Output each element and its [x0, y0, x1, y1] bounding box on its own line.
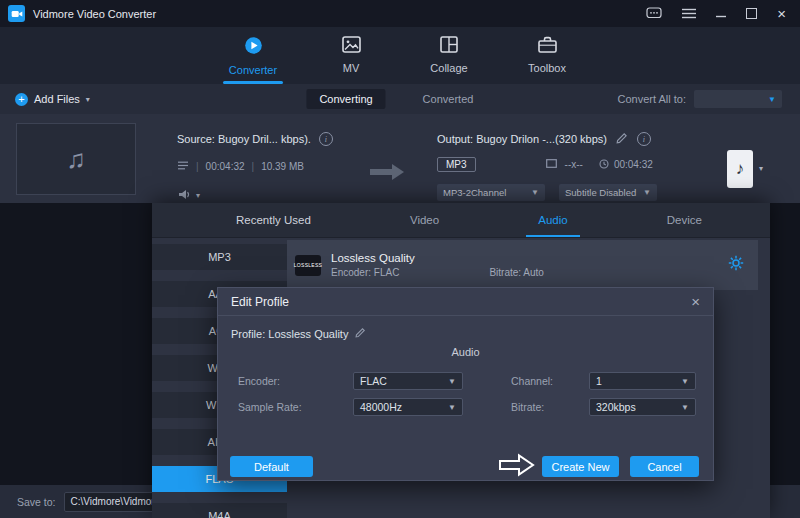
bitrate-select[interactable]: 320kbps ▼ [589, 398, 696, 416]
profile-list-item[interactable]: lossless Lossless Quality Encoder: FLAC … [287, 240, 758, 290]
separator: | [252, 161, 255, 172]
tab-device[interactable]: Device [667, 203, 702, 237]
sample-rate-value: 48000Hz [360, 401, 402, 413]
volume-control[interactable]: ▾ [178, 186, 200, 204]
sample-rate-select[interactable]: 48000Hz ▼ [353, 398, 463, 416]
audio-file-icon: ♪ [727, 150, 753, 188]
tab-label: Collage [430, 62, 467, 74]
subtitle-select[interactable]: Subtitle Disabled ▼ [559, 184, 657, 201]
output-meta: MP3 --x-- 00:04:32 [437, 157, 653, 172]
bitrate-value: 320kbps [596, 401, 636, 413]
channel-select[interactable]: 1 ▼ [589, 372, 696, 390]
edit-profile-dialog: Edit Profile × Profile: Lossless Quality… [217, 287, 714, 481]
encoder-select[interactable]: FLAC ▼ [353, 372, 463, 390]
profile-tabs: Recently Used Video Audio Device [152, 203, 770, 238]
add-files-label: Add Files [34, 93, 80, 105]
tab-converting[interactable]: Converting [306, 89, 385, 109]
edit-pencil-icon[interactable] [616, 132, 628, 146]
converter-icon [244, 36, 263, 59]
save-path-value: C:\Vidmore\Vidmor... [71, 496, 163, 507]
chevron-down-icon: ▼ [643, 188, 651, 197]
tab-converted[interactable]: Converted [410, 89, 487, 109]
minimize-icon[interactable] [716, 9, 726, 19]
encoder-value: FLAC [360, 375, 387, 387]
app-window: Vidmore Video Converter × Converter [0, 0, 800, 518]
chevron-down-icon: ▾ [196, 191, 200, 200]
tab-mv[interactable]: MV [315, 27, 387, 84]
clock-icon [599, 159, 609, 171]
dialog-title: Edit Profile [231, 295, 289, 309]
menu-icon[interactable] [682, 8, 696, 19]
channel-value: 1 [596, 375, 602, 387]
separator: | [196, 161, 199, 172]
source-size: 10.39 MB [261, 161, 304, 172]
tab-recently-used[interactable]: Recently Used [236, 203, 311, 237]
tab-toolbox[interactable]: Toolbox [511, 27, 583, 84]
convert-all-group: Convert All to: ▼ [618, 90, 782, 108]
add-files-button[interactable]: + Add Files ▾ [15, 93, 90, 106]
source-duration: 00:04:32 [206, 161, 245, 172]
sidebar-item-mp3[interactable]: MP3 [152, 244, 287, 270]
feedback-icon[interactable] [646, 7, 662, 20]
subtitle-select-value: Subtitle Disabled [565, 187, 636, 198]
sidebar-item-m4a[interactable]: M4A [152, 503, 287, 518]
convert-state-tabs: Converting Converted [306, 89, 486, 109]
tab-audio[interactable]: Audio [538, 203, 567, 237]
output-info-icon[interactable]: i [637, 132, 651, 146]
profile-name-row: Profile: Lossless Quality [231, 327, 366, 340]
cancel-button[interactable]: Cancel [630, 456, 699, 477]
toolbar: + Add Files ▾ Converting Converted Conve… [0, 84, 800, 114]
resolution-placeholder: --x-- [565, 159, 583, 170]
section-label: Audio [218, 346, 713, 358]
chevron-down-icon: ▼ [531, 188, 539, 197]
music-note-icon: ♫ [66, 144, 86, 175]
channel-label: Channel: [511, 375, 553, 387]
chevron-down-icon: ▾ [759, 164, 763, 173]
tab-converter[interactable]: Converter [217, 27, 289, 84]
collage-icon [440, 36, 458, 57]
source-line: Source: Bugoy Dril... kbps). i [177, 132, 333, 146]
add-files-icon: + [15, 93, 28, 106]
profile-item-encoder: Encoder: FLAC [331, 267, 399, 278]
source-meta: | 00:04:32 | 10.39 MB [178, 161, 304, 172]
profile-item-title: Lossless Quality [331, 252, 544, 264]
gear-icon[interactable] [728, 255, 744, 275]
edit-pencil-icon[interactable] [355, 327, 366, 340]
maximize-icon[interactable] [746, 8, 757, 19]
output-selects: MP3-2Channel ▼ Subtitle Disabled ▼ [437, 184, 657, 201]
channel-select[interactable]: MP3-2Channel ▼ [437, 184, 545, 201]
output-duration: 00:04:32 [614, 159, 653, 170]
create-new-button[interactable]: Create New [542, 456, 619, 477]
file-row[interactable]: ♫ Source: Bugoy Dril... kbps). i | 00:04… [0, 114, 800, 203]
tab-collage[interactable]: Collage [413, 27, 485, 84]
sample-rate-label: Sample Rate: [238, 401, 302, 413]
mv-icon [342, 36, 361, 57]
info-icon[interactable]: i [319, 132, 333, 146]
tab-video[interactable]: Video [410, 203, 439, 237]
channel-select-value: MP3-2Channel [443, 187, 506, 198]
output-text: Output: Bugoy Drilon -...(320 kbps) [437, 133, 607, 145]
dialog-header: Edit Profile × [218, 288, 713, 316]
tab-label: MV [343, 62, 360, 74]
default-button[interactable]: Default [230, 456, 313, 477]
profile-name-label: Profile: Lossless Quality [231, 328, 348, 340]
convert-all-select[interactable]: ▼ [694, 90, 782, 108]
resolution-icon [546, 159, 557, 170]
media-thumbnail: ♫ [16, 123, 136, 195]
close-icon[interactable]: × [777, 9, 786, 19]
tab-label: Converter [229, 64, 277, 76]
main-nav: Converter MV Collage Toolbox [0, 27, 800, 84]
close-icon[interactable]: × [691, 296, 700, 308]
output-format-thumb[interactable]: ♪ ▾ [727, 150, 763, 188]
output-line: Output: Bugoy Drilon -...(320 kbps) i [437, 132, 651, 146]
format-badge: MP3 [437, 157, 476, 172]
app-logo-icon [8, 5, 25, 22]
chevron-down-icon: ▼ [768, 95, 776, 104]
speaker-icon [178, 186, 191, 204]
playlist-icon [178, 161, 189, 172]
convert-all-label: Convert All to: [618, 93, 686, 105]
chevron-down-icon: ▾ [86, 95, 90, 104]
chevron-down-icon: ▼ [448, 403, 456, 412]
annotation-arrow-icon [499, 453, 535, 481]
window-controls: × [646, 7, 786, 20]
